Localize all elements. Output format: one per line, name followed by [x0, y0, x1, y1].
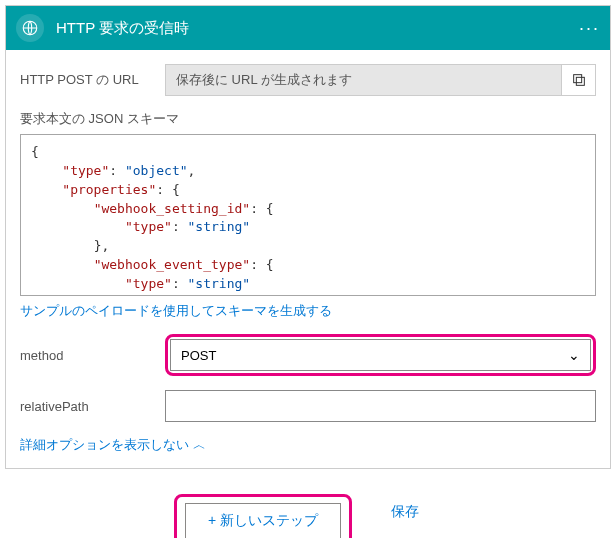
method-label: method	[20, 348, 165, 363]
method-highlight: POST ⌄	[165, 334, 596, 376]
hide-advanced-options-link[interactable]: 詳細オプションを表示しない ︿	[20, 436, 206, 454]
http-post-url-label: HTTP POST の URL	[20, 71, 165, 89]
chevron-down-icon: ⌄	[568, 347, 580, 363]
use-sample-payload-link[interactable]: サンプルのペイロードを使用してスキーマを生成する	[20, 302, 332, 320]
json-schema-label: 要求本文の JSON スキーマ	[20, 110, 596, 128]
svg-rect-2	[573, 75, 581, 83]
card-header: HTTP 要求の受信時 ···	[6, 6, 610, 50]
card-menu-button[interactable]: ···	[579, 18, 600, 39]
new-step-highlight: + 新しいステップ	[174, 494, 352, 538]
http-post-url-row: HTTP POST の URL 保存後に URL が生成されます	[20, 64, 596, 96]
http-request-trigger-card: HTTP 要求の受信時 ··· HTTP POST の URL 保存後に URL…	[5, 5, 611, 469]
method-select[interactable]: POST ⌄	[170, 339, 591, 371]
copy-url-button[interactable]	[562, 64, 596, 96]
chevron-up-icon: ︿	[193, 436, 206, 454]
relative-path-label: relativePath	[20, 399, 165, 414]
relative-path-input[interactable]	[165, 390, 596, 422]
method-row: method POST ⌄	[20, 334, 596, 376]
card-title: HTTP 要求の受信時	[56, 19, 579, 38]
http-post-url-value: 保存後に URL が生成されます	[165, 64, 562, 96]
card-body: HTTP POST の URL 保存後に URL が生成されます 要求本文の J…	[6, 50, 610, 468]
save-button[interactable]: 保存	[368, 494, 442, 530]
method-value: POST	[181, 348, 216, 363]
footer-buttons: + 新しいステップ 保存	[0, 474, 616, 538]
svg-rect-1	[576, 77, 584, 85]
json-schema-editor[interactable]: { "type": "object", "properties": { "web…	[20, 134, 596, 296]
advanced-link-text: 詳細オプションを表示しない	[20, 436, 189, 454]
new-step-button[interactable]: + 新しいステップ	[185, 503, 341, 538]
copy-icon	[571, 72, 587, 88]
http-globe-icon	[16, 14, 44, 42]
relative-path-row: relativePath	[20, 390, 596, 422]
